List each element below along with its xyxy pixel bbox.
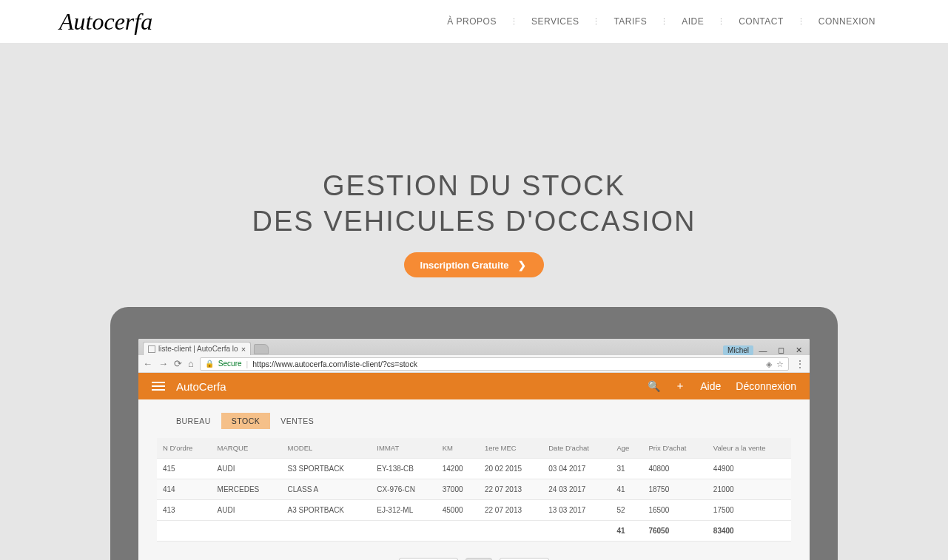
total-prix: 76050 bbox=[642, 521, 707, 542]
site-header: Autocerfa À PROPOS SERVICES TARIFS AIDE … bbox=[0, 0, 948, 43]
col-date[interactable]: Date D'achat bbox=[542, 438, 611, 459]
browser-menu-icon[interactable]: ⋮ bbox=[795, 358, 805, 370]
table-cell: 21000 bbox=[707, 479, 791, 500]
table-cell: 31 bbox=[611, 459, 642, 479]
table-cell: CX-976-CN bbox=[371, 479, 436, 500]
url-actions: ◈ ☆ bbox=[766, 360, 784, 368]
table-cell: 41 bbox=[611, 479, 642, 500]
table-cell: 03 04 2017 bbox=[542, 459, 611, 479]
table-cell: 413 bbox=[157, 500, 212, 521]
browser-tabbar: liste-client | AutoCerfa lo × Michel — ◻… bbox=[138, 339, 810, 355]
maximize-button[interactable]: ◻ bbox=[773, 345, 789, 355]
table-cell: 52 bbox=[611, 500, 642, 521]
table-cell: AUDI bbox=[212, 500, 282, 521]
col-marque[interactable]: MARQUE bbox=[212, 438, 282, 459]
table-cell: 17500 bbox=[707, 500, 791, 521]
col-valeur[interactable]: Valeur a la vente bbox=[707, 438, 791, 459]
nav-divider bbox=[510, 17, 518, 27]
table-cell: 20 02 2015 bbox=[479, 459, 542, 479]
close-button[interactable]: ✕ bbox=[790, 345, 807, 355]
site-logo[interactable]: Autocerfa bbox=[59, 8, 152, 36]
search-icon[interactable]: 🔍 bbox=[648, 380, 660, 392]
stock-tabs: BUREAU STOCK VENTES bbox=[157, 413, 791, 429]
table-cell: 22 07 2013 bbox=[479, 500, 542, 521]
total-valeur: 83400 bbox=[707, 521, 791, 542]
nav-divider bbox=[592, 17, 600, 27]
home-icon[interactable]: ⌂ bbox=[188, 358, 194, 369]
lock-icon: 🔒 bbox=[205, 360, 214, 368]
table-cell: S3 SPORTBACK bbox=[282, 459, 372, 479]
secure-label: Secure bbox=[218, 360, 242, 368]
nav-services[interactable]: SERVICES bbox=[518, 16, 592, 27]
nav-contact[interactable]: CONTACT bbox=[725, 16, 797, 27]
col-model[interactable]: MODEL bbox=[282, 438, 372, 459]
app-title: AutoCerfa bbox=[176, 380, 226, 393]
add-icon[interactable]: ＋ bbox=[675, 379, 685, 393]
table-row[interactable]: 415AUDIS3 SPORTBACKEY-138-CB1420020 02 2… bbox=[157, 459, 791, 479]
hero-title: GESTION DU STOCK DES VEHICULES D'OCCASIO… bbox=[0, 169, 948, 239]
nav-tarifs[interactable]: TARIFS bbox=[600, 16, 660, 27]
window-controls: Michel — ◻ ✕ bbox=[723, 345, 810, 355]
nav-aide[interactable]: AIDE bbox=[668, 16, 717, 27]
minimize-button[interactable]: — bbox=[755, 346, 771, 355]
tab-ventes[interactable]: VENTES bbox=[270, 413, 324, 429]
col-km[interactable]: KM bbox=[437, 438, 479, 459]
table-cell: A3 SPORTBACK bbox=[282, 500, 372, 521]
nav-divider bbox=[797, 17, 805, 27]
stock-table: N D'ordre MARQUE MODEL IMMAT KM 1ere MEC… bbox=[157, 438, 791, 542]
user-badge[interactable]: Michel bbox=[723, 345, 753, 355]
reload-icon[interactable]: ⟳ bbox=[174, 358, 182, 369]
table-totals-row: 41 76050 83400 bbox=[157, 521, 791, 542]
app-header: AutoCerfa 🔍 ＋ Aide Déconnexion bbox=[138, 373, 810, 399]
back-icon[interactable]: ← bbox=[143, 358, 152, 369]
col-immat[interactable]: IMMAT bbox=[371, 438, 436, 459]
new-tab-button[interactable] bbox=[254, 344, 269, 354]
chevron-right-icon: ❯ bbox=[516, 259, 528, 271]
col-ordre[interactable]: N D'ordre bbox=[157, 438, 212, 459]
table-cell: AUDI bbox=[212, 459, 282, 479]
table-cell: 16500 bbox=[642, 500, 707, 521]
table-cell: 44900 bbox=[707, 459, 791, 479]
forward-icon[interactable]: → bbox=[158, 358, 168, 369]
address-bar[interactable]: 🔒 Secure | https://www.autocerfa.com/lis… bbox=[200, 357, 789, 371]
url-separator: | bbox=[246, 360, 249, 368]
table-cell: 45000 bbox=[437, 500, 479, 521]
signup-button[interactable]: Inscription Gratuite ❯ bbox=[404, 252, 545, 277]
table-cell: 22 07 2013 bbox=[479, 479, 542, 500]
table-header-row: N D'ordre MARQUE MODEL IMMAT KM 1ere MEC… bbox=[157, 438, 791, 459]
table-cell: CLASS A bbox=[282, 479, 372, 500]
signup-label: Inscription Gratuite bbox=[420, 260, 509, 271]
col-prix[interactable]: Prix D'achat bbox=[642, 438, 707, 459]
table-cell: 414 bbox=[157, 479, 212, 500]
hero-title-line1: GESTION DU STOCK bbox=[0, 169, 948, 204]
tab-title: liste-client | AutoCerfa lo bbox=[158, 345, 238, 353]
total-age: 41 bbox=[611, 521, 642, 542]
app-header-actions: 🔍 ＋ Aide Déconnexion bbox=[648, 379, 796, 393]
app-body: BUREAU STOCK VENTES N D'ordre MARQUE MOD… bbox=[138, 399, 810, 560]
browser-window: liste-client | AutoCerfa lo × Michel — ◻… bbox=[138, 339, 810, 560]
browser-tab[interactable]: liste-client | AutoCerfa lo × bbox=[143, 342, 251, 355]
bookmark-icon[interactable]: ☆ bbox=[776, 360, 784, 368]
hero-section: GESTION DU STOCK DES VEHICULES D'OCCASIO… bbox=[0, 43, 948, 300]
table-row[interactable]: 413AUDIA3 SPORTBACKEJ-312-ML4500022 07 2… bbox=[157, 500, 791, 521]
main-nav: À PROPOS SERVICES TARIFS AIDE CONTACT CO… bbox=[434, 16, 889, 27]
table-row[interactable]: 414MERCEDESCLASS ACX-976-CN3700022 07 20… bbox=[157, 479, 791, 500]
table-cell: 40800 bbox=[642, 459, 707, 479]
nav-divider bbox=[660, 17, 668, 27]
hamburger-icon[interactable] bbox=[152, 382, 165, 391]
table-cell: 14200 bbox=[437, 459, 479, 479]
col-age[interactable]: Age bbox=[611, 438, 642, 459]
tab-stock[interactable]: STOCK bbox=[221, 413, 270, 429]
aide-link[interactable]: Aide bbox=[700, 380, 721, 392]
table-cell: EY-138-CB bbox=[371, 459, 436, 479]
logout-link[interactable]: Déconnexion bbox=[736, 380, 796, 392]
tab-close-icon[interactable]: × bbox=[241, 345, 246, 354]
device-frame: liste-client | AutoCerfa lo × Michel — ◻… bbox=[110, 307, 838, 560]
table-cell: 24 03 2017 bbox=[542, 479, 611, 500]
translate-icon[interactable]: ◈ bbox=[766, 360, 772, 368]
table-cell: 37000 bbox=[437, 479, 479, 500]
tab-bureau[interactable]: BUREAU bbox=[166, 413, 221, 429]
nav-apropos[interactable]: À PROPOS bbox=[434, 16, 510, 27]
col-mec[interactable]: 1ere MEC bbox=[479, 438, 542, 459]
nav-connexion[interactable]: CONNEXION bbox=[805, 16, 889, 27]
